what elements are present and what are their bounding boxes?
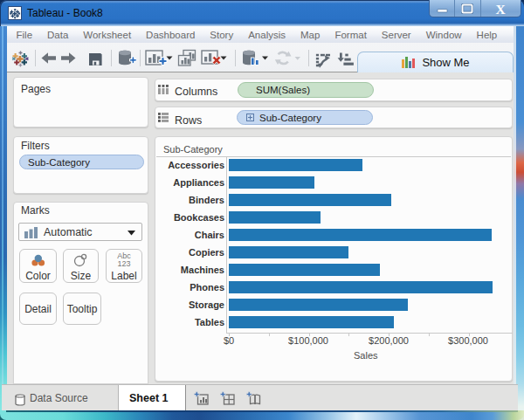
svg-text:X: X — [496, 3, 507, 15]
